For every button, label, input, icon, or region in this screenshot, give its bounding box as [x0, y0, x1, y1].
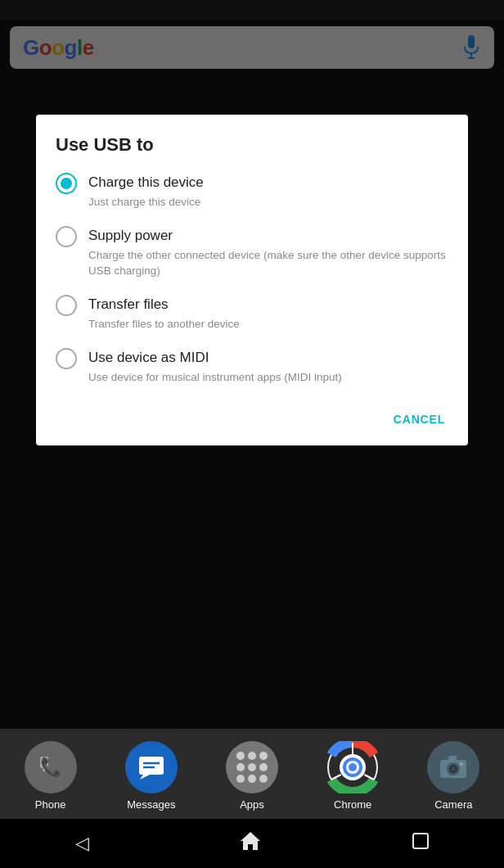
dock-label-apps: Apps	[240, 798, 264, 811]
radio-charge[interactable]	[56, 173, 77, 194]
bottom-dock: 📞 Phone Messages Apps	[0, 729, 504, 819]
radio-inner-charge	[61, 178, 72, 189]
apps-icon	[226, 741, 278, 793]
dock-label-phone: Phone	[35, 798, 66, 811]
back-button[interactable]: ◁	[75, 833, 89, 854]
dialog-title: Use USB to	[56, 134, 448, 156]
svg-point-22	[451, 766, 456, 771]
usb-dialog: Use USB to Charge this device Just charg…	[36, 115, 468, 445]
svg-marker-25	[241, 832, 260, 850]
svg-text:📞: 📞	[39, 756, 62, 778]
dialog-actions: CANCEL	[56, 400, 448, 432]
option-supply-text: Supply power Charge the other connected …	[88, 225, 448, 279]
option-midi-label: Use device as MIDI	[88, 347, 448, 368]
option-supply[interactable]: Supply power Charge the other connected …	[56, 225, 448, 279]
cancel-button[interactable]: CANCEL	[390, 406, 448, 432]
radio-supply[interactable]	[56, 226, 77, 247]
radio-midi[interactable]	[56, 348, 77, 369]
svg-point-15	[349, 763, 357, 771]
option-transfer-label: Transfer files	[88, 294, 448, 315]
option-midi-text: Use device as MIDI Use device for musica…	[88, 347, 448, 386]
svg-marker-8	[140, 775, 150, 780]
option-charge[interactable]: Charge this device Just charge this devi…	[56, 172, 448, 210]
svg-point-24	[460, 762, 463, 766]
dock-item-camera[interactable]: Camera	[412, 741, 494, 811]
option-transfer-text: Transfer files Transfer files to another…	[88, 294, 448, 332]
svg-rect-7	[139, 757, 164, 775]
radio-transfer[interactable]	[56, 295, 77, 316]
option-midi-desc: Use device for musical instrument apps (…	[88, 370, 448, 386]
svg-rect-26	[413, 834, 428, 848]
chrome-icon	[326, 741, 379, 793]
home-button[interactable]	[239, 830, 262, 857]
recents-button[interactable]	[412, 832, 430, 855]
option-supply-desc: Charge the other connected device (make …	[88, 248, 448, 279]
nav-bar: ◁	[0, 819, 504, 868]
option-charge-desc: Just charge this device	[88, 195, 448, 210]
svg-rect-23	[448, 756, 457, 761]
dock-label-messages: Messages	[127, 798, 175, 811]
dock-item-phone[interactable]: 📞 Phone	[10, 741, 92, 811]
messages-icon	[125, 741, 178, 793]
camera-icon	[427, 741, 479, 793]
option-transfer[interactable]: Transfer files Transfer files to another…	[56, 294, 448, 332]
phone-icon: 📞	[25, 741, 77, 793]
option-supply-label: Supply power	[88, 225, 448, 246]
option-midi[interactable]: Use device as MIDI Use device for musica…	[56, 347, 448, 386]
dock-label-chrome: Chrome	[334, 798, 371, 811]
option-transfer-desc: Transfer files to another device	[88, 317, 448, 332]
dock-item-apps[interactable]: Apps	[211, 741, 293, 811]
dock-label-camera: Camera	[434, 798, 472, 811]
option-charge-text: Charge this device Just charge this devi…	[88, 172, 448, 210]
dock-item-messages[interactable]: Messages	[110, 741, 192, 811]
option-charge-label: Charge this device	[88, 172, 448, 193]
dock-item-chrome[interactable]: Chrome	[312, 741, 394, 811]
